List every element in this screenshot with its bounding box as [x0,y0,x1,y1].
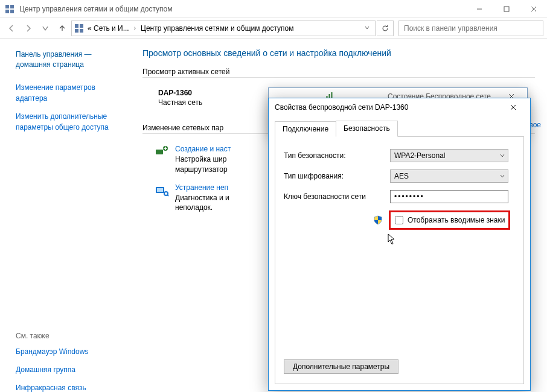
sidebar-link-adapter[interactable]: Изменение параметров адаптера [16,82,133,104]
search-box[interactable] [398,21,543,36]
address-bar: « Сеть и И... › Центр управления сетями … [0,18,547,39]
svg-rect-9 [80,24,83,28]
uac-shield-icon [373,215,383,225]
titlebar: Центр управления сетями и общим доступом [0,0,547,18]
see-also-firewall[interactable]: Брандмауэр Windows [16,346,133,357]
tab-security[interactable]: Безопасность [336,121,398,137]
svg-rect-2 [5,10,9,13]
chevron-down-icon [499,173,505,179]
divider [142,77,535,78]
task-trouble-title[interactable]: Устранение неп [175,183,229,192]
task-trouble-desc: Диагностика и и неполадок. [175,193,229,213]
svg-rect-8 [75,24,78,28]
wireless-properties-dialog: Свойства беспроводной сети DAP-1360 Подк… [268,98,531,391]
show-characters-label[interactable]: Отображать вводимые знаки [408,216,505,224]
network-key-input[interactable] [390,190,508,203]
dialog-title: Свойства беспроводной сети DAP-1360 [275,103,501,112]
sidebar: Панель управления — домашняя страница Из… [0,39,139,392]
breadcrumb[interactable]: « Сеть и И... › Центр управления сетями … [71,21,376,36]
maximize-button[interactable] [493,0,520,17]
label-security-type: Тип безопасности: [284,151,390,160]
breadcrumb-dropdown-button[interactable] [360,24,374,33]
security-type-combo[interactable]: WPA2-Personal [390,149,508,162]
tab-strip: Подключение Безопасность [269,116,530,136]
see-also-label: См. также [16,332,133,340]
forward-button[interactable] [21,21,36,36]
advanced-button[interactable]: Дополнительные параметры [284,359,398,374]
see-also-homegroup[interactable]: Домашняя группа [16,364,133,375]
close-button[interactable] [520,0,547,17]
dialog-close-button[interactable] [501,99,525,116]
encryption-value: AES [394,172,409,180]
back-button[interactable] [4,21,19,36]
tab-connection[interactable]: Подключение [275,121,336,137]
svg-rect-1 [10,5,14,8]
breadcrumb-part[interactable]: Центр управления сетями и общим доступом [138,24,296,33]
svg-line-17 [167,195,168,196]
tab-body-security: Тип безопасности: WPA2-Personal Тип шифр… [275,137,524,384]
chevron-down-icon [499,153,505,159]
window-title: Центр управления сетями и общим доступом [19,5,465,13]
see-also-infrared[interactable]: Инфракрасная связь [16,382,133,392]
sidebar-link-sharing[interactable]: Изменить дополнительные параметры общего… [16,111,133,133]
network-center-icon [74,24,84,33]
sidebar-home-link[interactable]: Панель управления — домашняя страница [16,49,133,70]
chevron-right-icon: › [133,25,137,31]
show-characters-highlight: Отображать вводимые знаки [389,210,510,230]
svg-rect-5 [504,7,509,11]
svg-rect-11 [80,29,83,33]
svg-rect-12 [156,150,163,154]
svg-rect-0 [5,5,9,8]
minimize-button[interactable] [465,0,493,17]
network-center-icon [5,4,14,14]
troubleshoot-icon [155,183,169,198]
security-type-value: WPA2-Personal [394,151,445,160]
label-encryption: Тип шифрования: [284,172,390,180]
encryption-combo[interactable]: AES [390,169,508,183]
task-create-desc: Настройка шир маршрутизатор [175,154,231,175]
active-networks-label: Просмотр активных сетей [142,68,535,76]
search-input[interactable] [403,24,539,33]
new-connection-icon [155,145,169,159]
label-network-key: Ключ безопасности сети [284,192,390,201]
svg-rect-3 [10,10,14,13]
up-button[interactable] [54,21,70,36]
connection-link-peek[interactable]: вое [529,121,541,129]
page-heading: Просмотр основных сведений о сети и наст… [142,48,535,58]
dialog-titlebar: Свойства беспроводной сети DAP-1360 [269,98,530,116]
history-dropdown-button[interactable] [37,21,53,36]
svg-rect-10 [75,29,78,33]
task-create-title[interactable]: Создание и наст [175,145,231,153]
cursor-icon [388,233,396,245]
breadcrumb-part[interactable]: « Сеть и И... [85,24,132,33]
svg-rect-15 [157,188,163,192]
refresh-button[interactable] [377,21,394,36]
show-characters-checkbox[interactable] [395,216,403,224]
